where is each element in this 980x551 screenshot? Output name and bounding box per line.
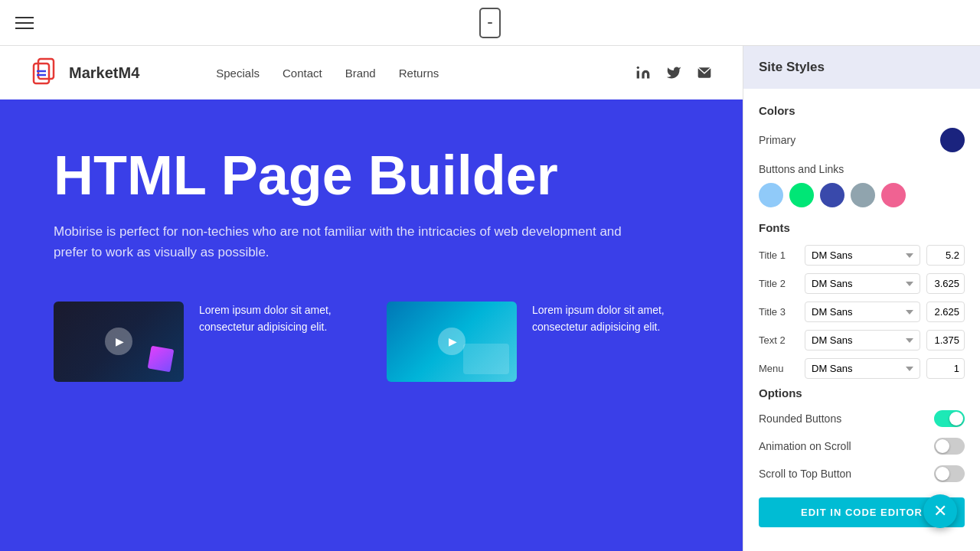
font-label-title1: Title 1 [759, 249, 799, 261]
primary-color-label: Primary [759, 134, 795, 146]
hero-title: HTML Page Builder [54, 145, 689, 206]
font-row-menu: Menu DM Sans [759, 358, 965, 379]
font-row-title3: Title 3 DM Sans [759, 302, 965, 322]
topbar [0, 0, 980, 46]
font-row-title2: Title 2 DM Sans [759, 273, 965, 294]
twitter-icon[interactable] [666, 65, 681, 80]
font-label-title3: Title 3 [759, 306, 799, 318]
font-size-title1[interactable] [926, 245, 965, 266]
swatch-dark-blue[interactable] [820, 183, 844, 207]
font-select-title1[interactable]: DM Sans [805, 245, 920, 266]
colors-section-title: Colors [759, 104, 965, 117]
swatch-pink[interactable] [881, 183, 906, 207]
site-logo: MarketM4 [31, 57, 139, 88]
close-icon: ✕ [933, 501, 947, 521]
font-select-title3[interactable]: DM Sans [805, 302, 920, 322]
options-section-title: Options [759, 386, 965, 399]
video-section: Lorem ipsum dolor sit amet, consectetur … [0, 286, 743, 405]
font-size-title2[interactable] [926, 273, 965, 294]
font-select-menu[interactable]: DM Sans [805, 358, 920, 379]
close-fab-button[interactable]: ✕ [923, 494, 957, 528]
buttons-links-label: Buttons and Links [759, 163, 965, 175]
video-text-2: Lorem ipsum dolor sit amet, consectetur … [532, 302, 689, 336]
font-row-title1: Title 1 DM Sans [759, 245, 965, 266]
scroll-top-label: Scroll to Top Button [759, 468, 851, 480]
site-nav-links: Specials Contact Brand Returns [216, 67, 605, 80]
main-area: MarketM4 Specials Contact Brand Returns … [0, 46, 980, 551]
font-label-title2: Title 2 [759, 278, 799, 289]
panel-body: Colors Primary Buttons and Links Fonts T… [743, 89, 980, 551]
svg-rect-4 [637, 71, 639, 79]
video-card-1: Lorem ipsum dolor sit amet, consectetur … [54, 302, 356, 382]
scroll-top-row: Scroll to Top Button [759, 465, 965, 482]
font-size-text2[interactable] [926, 330, 965, 350]
play-button-1[interactable] [105, 328, 132, 355]
animation-scroll-toggle[interactable] [934, 438, 965, 455]
animation-scroll-row: Animation on Scroll [759, 438, 965, 455]
rounded-buttons-slider [934, 410, 965, 427]
video-thumbnail-1[interactable] [54, 302, 184, 382]
rounded-buttons-label: Rounded Buttons [759, 412, 841, 425]
font-row-text2: Text 2 DM Sans [759, 330, 965, 350]
outlook-icon[interactable] [697, 65, 712, 80]
rounded-buttons-toggle[interactable] [934, 410, 965, 427]
laptop-shape [463, 344, 509, 374]
mobile-view-icon[interactable] [479, 8, 501, 38]
canvas: MarketM4 Specials Contact Brand Returns … [0, 46, 743, 551]
nav-contact[interactable]: Contact [283, 67, 322, 80]
site-nav: MarketM4 Specials Contact Brand Returns [0, 46, 743, 99]
video-thumbnail-2[interactable] [387, 302, 517, 382]
hero-description: Mobirise is perfect for non-techies who … [54, 221, 651, 262]
swatch-green[interactable] [789, 183, 814, 207]
swatch-light-blue[interactable] [759, 183, 783, 207]
fonts-section-title: Fonts [759, 221, 965, 234]
scroll-top-slider [934, 465, 965, 482]
font-select-title2[interactable]: DM Sans [805, 273, 920, 294]
font-label-menu: Menu [759, 363, 799, 374]
hamburger-menu[interactable] [15, 17, 34, 29]
panel-title: Site Styles [743, 46, 980, 89]
video-card-2: Lorem ipsum dolor sit amet, consectetur … [387, 302, 689, 382]
video-text-1: Lorem ipsum dolor sit amet, consectetur … [199, 302, 356, 336]
font-size-title3[interactable] [926, 302, 965, 322]
animation-scroll-label: Animation on Scroll [759, 440, 851, 452]
svg-point-5 [637, 67, 639, 69]
font-select-text2[interactable]: DM Sans [805, 330, 920, 350]
nav-brand[interactable]: Brand [345, 67, 376, 80]
play-button-2[interactable] [438, 328, 466, 355]
animation-scroll-knob [936, 439, 949, 453]
linkedin-icon[interactable] [635, 65, 651, 80]
social-icons [635, 65, 712, 80]
primary-color-row: Primary [759, 128, 965, 152]
rounded-buttons-row: Rounded Buttons [759, 410, 965, 427]
font-label-text2: Text 2 [759, 334, 799, 346]
animation-scroll-slider [934, 438, 965, 455]
scroll-top-toggle[interactable] [934, 465, 965, 482]
scroll-top-knob [936, 467, 949, 481]
svg-rect-0 [34, 64, 49, 83]
button-color-swatches [759, 183, 965, 207]
font-size-menu[interactable] [926, 358, 965, 379]
hero-section: HTML Page Builder Mobirise is perfect fo… [0, 99, 743, 286]
logo-icon [31, 57, 61, 88]
rounded-buttons-knob [949, 412, 963, 425]
primary-color-swatch[interactable] [940, 128, 965, 152]
nav-specials[interactable]: Specials [216, 67, 260, 80]
site-logo-text: MarketM4 [69, 64, 139, 82]
right-panel: Site Styles Colors Primary Buttons and L… [743, 46, 980, 551]
video-accent-1 [148, 345, 175, 372]
swatch-grey[interactable] [851, 183, 875, 207]
nav-returns[interactable]: Returns [399, 67, 439, 80]
